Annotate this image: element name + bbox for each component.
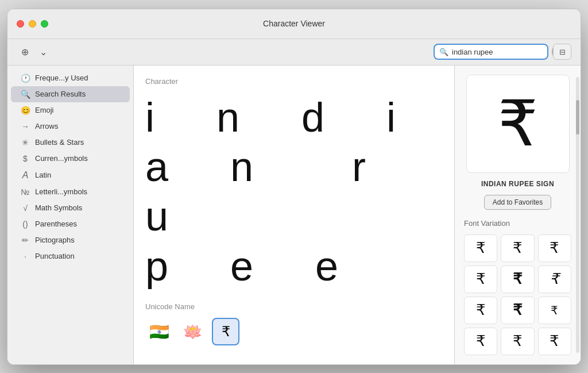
sidebar-item-currency[interactable]: $ Curren...ymbols	[11, 151, 130, 167]
bullet-icon: ✳	[20, 138, 30, 147]
maximize-button[interactable]	[41, 20, 48, 28]
sidebar-item-pictographs[interactable]: ✏ Pictographs	[11, 232, 130, 248]
sidebar-item-latin[interactable]: A Latin	[11, 167, 130, 184]
big-char-preview: ₹	[466, 75, 570, 173]
toolbar-left: ⊕ ⌄	[17, 44, 51, 60]
currency-icon: $	[20, 154, 30, 163]
sidebar-item-label: Curren...ymbols	[35, 154, 88, 163]
add-to-favorites-button[interactable]: Add to Favorites	[484, 195, 551, 210]
font-variation-item[interactable]: ₹	[464, 328, 497, 355]
sidebar-item-letterlike[interactable]: № Letterli...ymbols	[11, 184, 130, 200]
sidebar-item-arrows[interactable]: → Arrows	[11, 118, 130, 134]
search-box: 🔍 ✕	[434, 44, 548, 60]
font-variation-item[interactable]: ₹	[464, 234, 497, 262]
sidebar-item-label: Latin	[35, 171, 51, 179]
right-panel: ₹ INDIAN RUPEE SIGN Add to Favorites Fon…	[454, 66, 581, 364]
close-button[interactable]	[17, 20, 24, 28]
sidebar-item-search-results[interactable]: 🔍 Search Results	[11, 86, 130, 102]
toolbar-right: 🔍 ✕ ⊟	[434, 44, 571, 60]
list-item[interactable]: 🇮🇳	[145, 318, 173, 345]
character-results-list: 🇮🇳 🪷 ₹	[145, 318, 443, 345]
sidebar-item-label: Search Results	[35, 90, 86, 98]
sidebar-item-label: Emoji	[35, 106, 54, 114]
grid-icon: ⊟	[559, 48, 566, 56]
font-variation-item[interactable]: ₹	[538, 266, 571, 293]
sidebar-item-label: Math Symbols	[35, 203, 82, 212]
sidebar-item-label: Arrows	[35, 122, 58, 130]
character-unicode-name: INDIAN RUPEE SIGN	[481, 180, 554, 188]
sidebar-item-math-symbols[interactable]: √ Math Symbols	[11, 200, 130, 216]
sidebar-item-label: Pictographs	[35, 236, 75, 244]
window-title: Character Viewer	[263, 19, 325, 28]
clock-icon: 🕐	[20, 74, 30, 83]
font-variation-item[interactable]: ₹	[501, 234, 534, 262]
font-variation-item[interactable]: ₹	[464, 266, 497, 293]
math-icon: √	[20, 203, 30, 213]
sidebar-item-label: Punctuation	[35, 252, 75, 260]
unicode-name-label: Unicode Name	[145, 302, 443, 311]
search-icon: 🔍	[439, 48, 448, 56]
toolbar: ⊕ ⌄ 🔍 ✕ ⊟	[7, 39, 581, 66]
sidebar: 🕐 Freque...y Used 🔍 Search Results 😊 Emo…	[7, 66, 134, 364]
dropdown-button[interactable]: ⌄	[35, 44, 51, 60]
search-icon: 🔍	[20, 90, 30, 99]
sidebar-item-label: Letterli...ymbols	[35, 187, 87, 196]
character-viewer-window: Character Viewer ⊕ ⌄ 🔍 ✕ ⊟ 🕐	[7, 9, 581, 365]
preview-character: ₹	[498, 92, 538, 155]
latin-icon: A	[20, 170, 30, 180]
titlebar: Character Viewer	[7, 9, 581, 39]
font-variation-item[interactable]: ₹	[501, 266, 534, 293]
sidebar-item-frequently-used[interactable]: 🕐 Freque...y Used	[11, 70, 130, 86]
font-variation-item[interactable]: ₹	[501, 328, 534, 355]
search-input[interactable]	[452, 48, 548, 56]
list-item[interactable]: 🪷	[179, 318, 206, 345]
add-button[interactable]: ⊕	[17, 44, 33, 60]
font-variation-item[interactable]: ₹	[538, 234, 571, 262]
pictograph-icon: ✏	[20, 236, 30, 245]
sidebar-item-label: Parentheses	[35, 220, 77, 228]
font-variation-item[interactable]: ₹	[464, 297, 497, 324]
parentheses-icon: ()	[20, 220, 30, 229]
font-variation-grid: ₹ ₹ ₹ ₹ ₹ ₹ ₹ ₹ ₹ ₹ ₹ ₹	[464, 234, 571, 355]
minimize-button[interactable]	[29, 20, 36, 28]
character-section-label: Character	[145, 77, 443, 86]
traffic-lights	[17, 20, 48, 28]
punctuation-icon: ·	[20, 252, 30, 261]
sidebar-item-label: Freque...y Used	[35, 74, 88, 82]
font-variation-item[interactable]: ₹	[538, 297, 571, 324]
sidebar-item-label: Bullets & Stars	[35, 138, 84, 147]
emoji-icon: 😊	[20, 106, 30, 115]
content-area: 🕐 Freque...y Used 🔍 Search Results 😊 Emo…	[7, 66, 581, 364]
character-spelling-display: i n d i a n r u p e e	[145, 93, 443, 291]
sidebar-item-punctuation[interactable]: · Punctuation	[11, 248, 130, 264]
grid-view-button[interactable]: ⊟	[553, 44, 571, 60]
sidebar-item-parentheses[interactable]: () Parentheses	[11, 216, 130, 232]
sidebar-item-emoji[interactable]: 😊 Emoji	[11, 102, 130, 118]
main-panel: Character i n d i a n r u p e e Unicode …	[134, 66, 454, 364]
letterlike-icon: №	[20, 187, 30, 197]
scrollbar-track	[576, 77, 579, 353]
scrollbar-thumb[interactable]	[576, 100, 579, 134]
list-item[interactable]: ₹	[212, 318, 239, 345]
arrow-icon: →	[20, 122, 30, 131]
sidebar-item-bullets-stars[interactable]: ✳ Bullets & Stars	[11, 134, 130, 151]
font-variation-label: Font Variation	[464, 219, 510, 228]
font-variation-item[interactable]: ₹	[501, 297, 534, 324]
font-variation-item[interactable]: ₹	[538, 328, 571, 355]
chevron-down-icon: ⌄	[40, 47, 47, 57]
add-icon: ⊕	[21, 47, 29, 57]
